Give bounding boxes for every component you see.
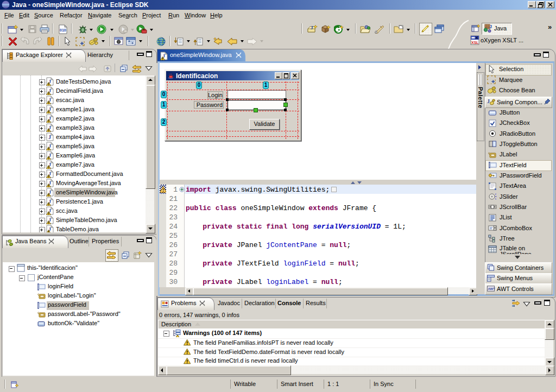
svg-text:AWT: AWT [488,287,495,290]
svg-text:J: J [487,98,490,104]
svg-text:XSL: XSL [471,41,479,45]
svg-text:J: J [489,24,492,29]
svg-text:J: J [311,25,313,30]
